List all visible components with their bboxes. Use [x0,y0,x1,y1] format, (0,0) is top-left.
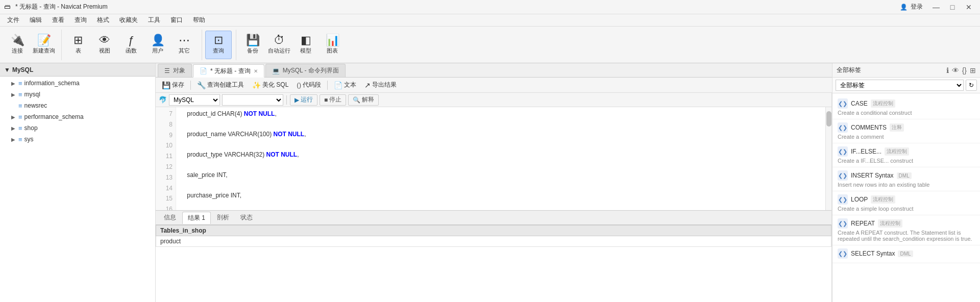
other-button[interactable]: ⋯ 其它 [171,31,198,59]
sidebar-item-performance-schema[interactable]: ▶ ≡ performance_schema [0,111,155,122]
filter-refresh-button[interactable]: ↻ [966,80,977,91]
table-selector[interactable] [222,94,283,106]
snippet-loop[interactable]: ❮❯ LOOP 流程控制 Create a simple loop constr… [832,191,980,215]
model-button[interactable]: ◧ 模型 [292,31,319,59]
chart-icon: 📊 [326,35,339,46]
menu-window[interactable]: 窗口 [165,15,188,26]
text-label: 文本 [344,81,356,89]
query-button[interactable]: ⊡ 查询 [205,31,232,59]
run-button[interactable]: ▶ 运行 [290,94,317,106]
snippet-comments[interactable]: ❮❯ COMMENTS 注释 Create a comment [832,119,980,143]
sidebar-item-newsrec[interactable]: ≡ newsrec [0,100,155,111]
grid-icon[interactable]: ⊞ [970,66,976,74]
expand-arrow: ▶ [11,125,18,131]
code-segment-button[interactable]: () 代码段 [293,80,324,91]
menu-view[interactable]: 查看 [47,15,69,26]
sidebar-item-information-schema[interactable]: ▶ ≡ information_schema [0,78,155,89]
info-icon[interactable]: ℹ [946,66,949,74]
code-line-7: product_id CHAR(4) NOT NULL, [180,109,821,120]
code-content[interactable]: product_id CHAR(4) NOT NULL, product_nam… [176,107,825,210]
save-button[interactable]: 💾 保存 [159,80,187,91]
snippet-icon: ❮❯ [838,218,848,229]
new-query-button[interactable]: 📝 新建查询 [31,31,57,59]
auto-run-button[interactable]: ⏱ 自动运行 [266,31,292,59]
tabbar: ☰ 对象 📄 * 无标题 - 查询 ✕ 💻 MySQL - 命令列界面 [156,63,832,78]
tab-close-icon[interactable]: ✕ [254,68,258,74]
query-area: 🐬 MySQL ▶ 运行 ■ 停止 [156,93,832,302]
close-button[interactable]: ✕ [962,0,976,14]
connect-label: 连接 [12,47,23,55]
sidebar-item-mysql[interactable]: ▶ ≡ mysql [0,89,155,100]
menu-favorites[interactable]: 收藏夹 [114,15,143,26]
view-button[interactable]: 👁 视图 [91,31,118,59]
user-button[interactable]: 👤 用户 [144,31,171,59]
beautify-button[interactable]: ✨ 美化 SQL [249,80,291,91]
menu-query[interactable]: 查询 [69,15,92,26]
code-line-11: purchase_price INT, [180,191,821,202]
right-panel: 全部标签 ℹ 👁 {} ⊞ 全部标签 ↻ ❮❯ CASE 流程控制 Create… [832,63,980,302]
snippet-select[interactable]: ❮❯ SELECT Syntax DML [832,245,980,263]
table-row[interactable]: product [156,236,831,247]
editor-vscroll[interactable] [825,107,831,210]
function-label: 函数 [126,47,137,55]
maximize-button[interactable]: □ [945,0,960,14]
db-name-label: performance_schema [24,113,84,120]
builder-label: 查询创建工具 [207,81,244,89]
results-tab-status[interactable]: 状态 [235,212,258,224]
menu-format[interactable]: 格式 [92,15,114,26]
right-panel-icons: ℹ 👁 {} ⊞ [946,66,976,74]
db-name-label: newsrec [24,102,47,109]
sidebar-tree: ▶ ≡ information_schema ▶ ≡ mysql ≡ newsr… [0,77,155,302]
tab-query[interactable]: 📄 * 无标题 - 查询 ✕ [193,64,264,78]
snippet-case[interactable]: ❮❯ CASE 流程控制 Create a conditional constr… [832,95,980,119]
snippet-name: ❮❯ SELECT Syntax DML [838,248,975,259]
tab-objects[interactable]: ☰ 对象 [158,64,192,77]
stop-button[interactable]: ■ 停止 [320,94,346,106]
export-button[interactable]: ↗ 导出结果 [361,80,400,91]
sidebar-item-shop[interactable]: ▶ ≡ shop [0,122,155,134]
titlebar: 🗃 * 无标题 - 查询 - Navicat Premium 👤 登录 — □ … [0,0,980,14]
snippet-insert[interactable]: ❮❯ INSERT Syntax DML Insert new rows int… [832,167,980,191]
chart-button[interactable]: 📊 图表 [319,31,346,59]
results-tab-info[interactable]: 信息 [159,212,181,224]
view-label: 视图 [99,47,110,55]
explain-label: 解释 [362,95,374,104]
function-button[interactable]: ƒ 函数 [118,31,144,59]
code-icon: () [297,81,301,89]
connect-button[interactable]: 🔌 连接 [4,31,31,59]
login-label[interactable]: 登录 [911,3,923,11]
results-tab-result1[interactable]: 结果 1 [182,212,211,224]
explain-button[interactable]: 🔍 解释 [348,94,379,106]
backup-button[interactable]: 💾 备份 [239,31,266,59]
snippet-ifelse[interactable]: ❮❯ IF...ELSE... 流程控制 Create a IF...ELSE.… [832,143,980,167]
tab-cli[interactable]: 💻 MySQL - 命令列界面 [265,64,346,77]
menu-tools[interactable]: 工具 [143,15,165,26]
snippet-icon: ❮❯ [838,98,848,109]
snippet-tag: 流程控制 [871,195,895,204]
code-editor[interactable]: 7 8 9 10 11 12 13 14 15 16 17 18 product… [156,107,831,210]
sidebar-item-sys[interactable]: ▶ ≡ sys [0,134,155,145]
menu-edit[interactable]: 编辑 [24,15,47,26]
minimize-button[interactable]: — [929,0,943,14]
db-selector[interactable]: MySQL [169,94,220,106]
expand-arrow: ▶ [11,81,18,86]
snippet-name: ❮❯ CASE 流程控制 [838,98,975,109]
results-area: 信息 结果 1 剖析 状态 [156,210,831,302]
menubar: 文件 编辑 查看 查询 格式 收藏夹 工具 窗口 帮助 [0,14,980,27]
filter-select[interactable]: 全部标签 [836,80,964,91]
menu-file[interactable]: 文件 [2,15,24,26]
text-button[interactable]: 📄 文本 [331,80,359,91]
query-builder-button[interactable]: 🔧 查询创建工具 [194,80,247,91]
db-icon: ≡ [18,91,22,98]
function-icon: ƒ [128,35,134,46]
brackets-icon[interactable]: {} [962,66,967,74]
table-button[interactable]: ⊞ 表 [65,31,91,59]
collapse-arrow[interactable]: ▼ [4,66,10,73]
menu-help[interactable]: 帮助 [188,15,210,26]
eye-icon[interactable]: 👁 [952,66,959,74]
snippet-repeat[interactable]: ❮❯ REPEAT 流程控制 Create A REPEAT construct… [832,215,980,245]
toolbar-sep-1 [190,81,191,90]
beautify-label: 美化 SQL [262,81,288,89]
snippet-desc: Create a comment [838,134,975,140]
results-tab-profiling[interactable]: 剖析 [212,212,234,224]
